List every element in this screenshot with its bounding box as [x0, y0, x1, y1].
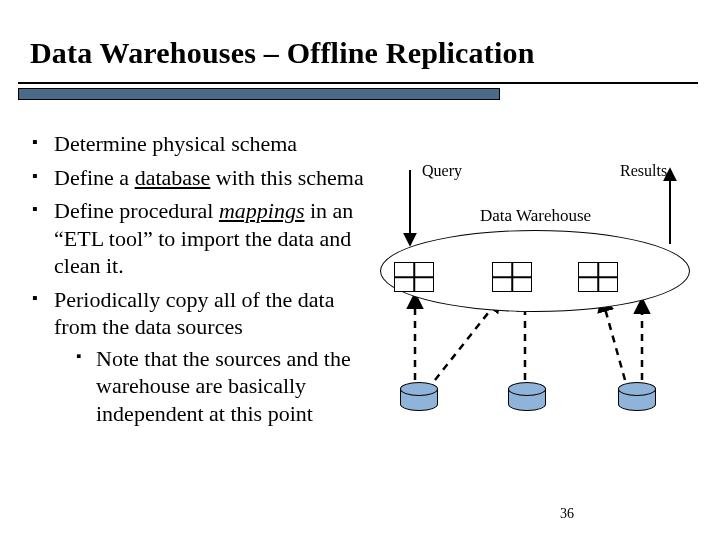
bullet-item: Define procedural mappings in an “ETL to… [32, 197, 372, 280]
diagram: Query Results Data Warehouse [380, 150, 700, 510]
sub-bullet-item: Note that the sources and the warehouse … [76, 345, 372, 428]
title-band [18, 88, 500, 100]
warehouse-label: Data Warehouse [480, 206, 591, 226]
source-db-icon [618, 382, 654, 412]
bullet-item: Periodically copy all of the data from t… [32, 286, 372, 428]
query-label: Query [422, 162, 462, 180]
source-db-icon [508, 382, 544, 412]
warehouse-table-icon [394, 262, 434, 292]
bullet-item: Determine physical schema [32, 130, 372, 158]
slide: Data Warehouses – Offline Replication De… [0, 0, 720, 540]
results-label: Results [620, 162, 667, 180]
page-number: 36 [560, 506, 574, 522]
bullet-list: Determine physical schemaDefine a databa… [32, 130, 372, 427]
svg-line-5 [602, 298, 625, 380]
warehouse-table-icon [492, 262, 532, 292]
warehouse-table-icon [578, 262, 618, 292]
bullet-body: Determine physical schemaDefine a databa… [32, 130, 372, 433]
title-rule [18, 82, 698, 84]
source-db-icon [400, 382, 436, 412]
bullet-item: Define a database with this schema [32, 164, 372, 192]
slide-title: Data Warehouses – Offline Replication [30, 36, 700, 70]
diagram-svg [380, 150, 700, 510]
